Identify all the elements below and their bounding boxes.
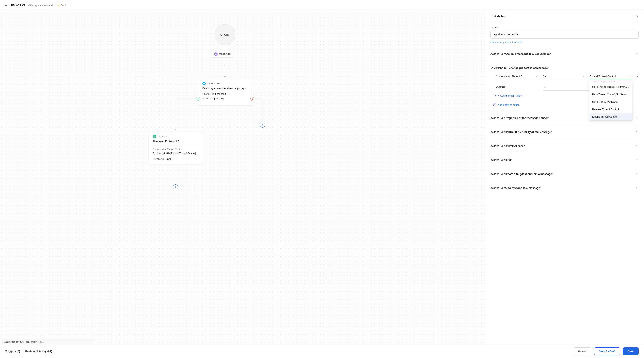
section-auto-respond[interactable]: Actions To "Auto respond to a message": [490, 181, 639, 195]
cancel-button[interactable]: Cancel: [573, 347, 591, 355]
add-description-link[interactable]: Add a description for this action: [490, 41, 522, 44]
dropdown-option[interactable]: Take Thread Control: [589, 80, 632, 83]
duration-select[interactable]: Duration: [495, 84, 540, 90]
message-icon: [214, 52, 218, 56]
status-toast: Waiting for qa4-live-chat.sprinklr.com…: [2, 339, 94, 344]
app-header: FB HOP V2 (Workspace / Inbound) Draft: [0, 0, 644, 11]
no-port[interactable]: N: [250, 97, 254, 101]
chevron-down-icon: [636, 130, 639, 134]
action-replace: Replace all with [Extend Thread Control]: [153, 152, 198, 155]
section-universal-case[interactable]: Actions To "Universal case": [490, 139, 639, 153]
condition-row: Channel Is [Facebook]: [202, 93, 248, 95]
add-node-button[interactable]: +: [173, 184, 178, 190]
condition-node[interactable]: CONDITION Selecting channel and message …: [198, 78, 252, 106]
close-icon[interactable]: [636, 15, 639, 18]
section-visibility[interactable]: Actions To "Control the visibility of th…: [490, 125, 639, 139]
action-duration: Duration[3 Days]: [153, 157, 198, 161]
yes-port[interactable]: Y: [196, 97, 200, 101]
plus-icon: +: [496, 94, 498, 97]
condition-title: Selecting channel and message type: [202, 87, 248, 90]
status-text: Draft: [60, 4, 66, 7]
section-crm[interactable]: Actions To "CRM": [490, 153, 639, 167]
start-node[interactable]: START: [215, 24, 235, 45]
condition-icon: [202, 82, 206, 85]
action-title: Handover Protocol V2: [153, 140, 198, 143]
action-icon: [153, 135, 156, 138]
condition-row: Account Is [Air Max]: [202, 97, 248, 100]
action-node[interactable]: ACTION Handover Protocol V2 Conversation…: [148, 131, 203, 164]
back-icon[interactable]: [4, 4, 8, 7]
dropdown-option[interactable]: Pass Thread Control (As Prima…: [589, 83, 632, 91]
value-select[interactable]: Extend Thread Control: [589, 73, 632, 80]
dropdown-option[interactable]: Extend Thread Control: [589, 113, 632, 121]
action-type-label: ACTION: [158, 135, 167, 138]
edit-action-panel: Edit Action Name * Add a description for…: [485, 11, 644, 344]
section-assign-message[interactable]: Actions To "Assign a message to a User/Q…: [490, 47, 639, 61]
panel-title: Edit Action: [490, 15, 506, 18]
action-prop: Conversation Thread Control: [153, 148, 198, 151]
operator-select[interactable]: Set: [542, 73, 586, 80]
check-icon: [490, 67, 493, 69]
chevron-down-icon: [636, 52, 639, 56]
chevron-down-icon: [636, 144, 639, 148]
dropdown-option[interactable]: Release Thread Control: [589, 106, 632, 113]
chevron-up-icon: [636, 66, 639, 70]
chevron-down-icon: [636, 186, 639, 190]
name-label: Name *: [490, 26, 639, 29]
condition-type-label: CONDITION: [208, 83, 220, 85]
add-node-button[interactable]: +: [260, 122, 266, 128]
chevron-down-icon: [636, 172, 639, 176]
triggers-tab[interactable]: Triggers (0): [5, 350, 20, 353]
breadcrumb: (Workspace / Inbound): [28, 4, 54, 7]
draft-dot-icon: [58, 5, 60, 6]
remove-icon[interactable]: [636, 75, 639, 78]
dropdown-option[interactable]: Pass Thread Control (As Secon…: [589, 91, 632, 98]
page-title: FB HOP V2: [11, 4, 25, 7]
app-footer: Triggers (0) Revision History (01) Cance…: [0, 344, 644, 358]
revision-history-tab[interactable]: Revision History (01): [25, 350, 52, 353]
name-input[interactable]: [490, 31, 639, 39]
flow-canvas[interactable]: START MESSAGE CONDITION: [0, 11, 485, 344]
chevron-down-icon: [636, 116, 639, 120]
value-dropdown: Take Thread Control Pass Thread Control …: [589, 80, 632, 121]
status-badge: Draft: [58, 4, 66, 7]
property-select[interactable]: Conversation Thread C…: [495, 73, 538, 80]
message-node-label: MESSAGE: [219, 53, 230, 56]
chevron-down-icon: [636, 158, 639, 162]
section-change-properties[interactable]: Actions To "Change properties of Message…: [490, 61, 639, 73]
save-button[interactable]: Save: [623, 347, 639, 355]
save-draft-button[interactable]: Save As Draft: [594, 347, 620, 355]
svg-rect-0: [215, 54, 216, 55]
dropdown-option[interactable]: Pass Thread Metadata: [589, 98, 632, 106]
section-create-suggestion[interactable]: Actions To "Create a Suggestion from a m…: [490, 167, 639, 181]
message-node[interactable]: MESSAGE: [211, 51, 234, 58]
plus-icon: +: [493, 103, 496, 106]
